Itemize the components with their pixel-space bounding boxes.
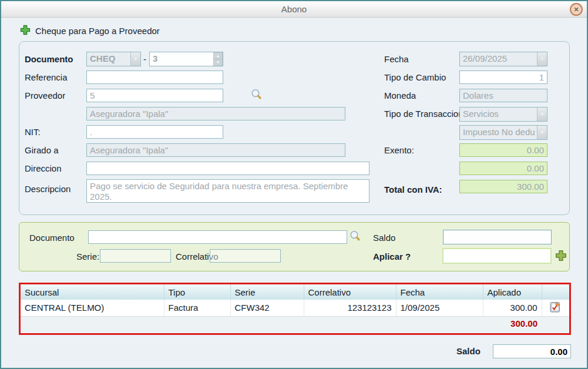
stepper-down-icon[interactable]: ▼	[213, 59, 223, 66]
correlativo-input[interactable]	[210, 249, 281, 263]
add-icon[interactable]	[20, 25, 31, 35]
column-header-sucursal: Sucursal	[21, 284, 164, 300]
title-bar: Abono ✕	[1, 1, 587, 18]
documento-separator: -	[143, 54, 146, 64]
chevron-down-icon: ▼	[537, 52, 547, 66]
cell-correlativo: 123123123	[304, 300, 396, 316]
direccion-label: Direccion	[25, 163, 62, 173]
nit-input[interactable]	[86, 125, 223, 139]
moneda-label: Moneda	[384, 90, 416, 100]
chevron-down-icon: ▼	[130, 52, 140, 66]
descripcion-label: Descripcion	[25, 184, 70, 194]
table-total-row: 300.00	[21, 316, 569, 331]
girado-label: Girado a	[25, 145, 59, 155]
serie-input[interactable]	[100, 249, 171, 263]
cell-sucursal: CENTRAL (TELMO)	[21, 300, 164, 316]
tipo-transaccion-label: Tipo de Transaccion	[384, 109, 463, 119]
saldo-footer-field	[493, 344, 571, 358]
column-header-correlativo: Correlativo	[304, 284, 396, 300]
proveedor-input[interactable]	[86, 89, 223, 102]
total-iva-label: Total con IVA:	[384, 184, 442, 194]
saldo2-input[interactable]	[443, 230, 552, 244]
edit-row-icon[interactable]	[550, 301, 561, 313]
abono-dialog: Abono ✕ Cheque para Pago a Proveedor Doc…	[0, 0, 588, 369]
exento-field	[459, 143, 547, 157]
impuesto-select: Impuesto No dedu ▼	[459, 125, 547, 140]
cell-aplicado: 300.00	[483, 300, 542, 316]
tipo-cambio-input[interactable]	[459, 71, 547, 84]
column-header-actions	[542, 284, 569, 300]
column-header-tipo: Tipo	[164, 284, 230, 300]
documento-label: Documento	[25, 54, 73, 64]
saldo2-label: Saldo	[373, 233, 395, 243]
referencia-label: Referencia	[25, 72, 68, 82]
aplicar-label: Aplicar ?	[373, 251, 411, 261]
girado-field	[86, 143, 345, 157]
documento-numero-stepper[interactable]: 3 ▲ ▼	[149, 52, 223, 66]
applied-documents-table: Sucursal Tipo Serie Correlativo Fecha Ap…	[19, 283, 571, 335]
referencia-input[interactable]	[86, 71, 223, 84]
stepper-up-icon[interactable]: ▲	[213, 52, 223, 59]
aplicado-total: 300.00	[483, 316, 542, 331]
saldo-footer-label: Saldo	[456, 346, 481, 356]
column-header-aplicado: Aplicado	[483, 284, 542, 300]
aplicar-input[interactable]	[442, 248, 552, 264]
exento-label: Exento:	[384, 145, 414, 155]
exento2-field	[459, 162, 547, 175]
chevron-down-icon: ▼	[537, 126, 547, 139]
column-header-serie: Serie	[230, 284, 304, 300]
tipo-cambio-label: Tipo de Cambio	[384, 72, 446, 82]
chevron-down-icon: ▼	[537, 108, 547, 121]
cell-serie: CFW342	[230, 300, 304, 316]
proveedor-search-icon[interactable]	[250, 88, 263, 100]
documento2-input[interactable]	[88, 230, 347, 244]
documento-search-icon[interactable]	[349, 230, 361, 242]
aplicar-add-icon[interactable]	[555, 250, 567, 261]
tipo-transaccion-select: Servicios ▼	[459, 107, 547, 122]
fecha-label: Fecha	[384, 54, 409, 64]
proveedor-nombre-field	[86, 107, 345, 120]
cell-fecha: 1/09/2025	[396, 300, 483, 316]
serie-label: Serie:	[76, 251, 99, 261]
descripcion-textarea[interactable]: Pago se servicio de Seguridad para nuest…	[86, 179, 369, 203]
close-button[interactable]: ✕	[570, 3, 583, 16]
total-iva-field	[459, 180, 547, 193]
table-header-row: Sucursal Tipo Serie Correlativo Fecha Ap…	[21, 284, 569, 300]
table-row: CENTRAL (TELMO) Factura CFW342 123123123…	[21, 300, 569, 316]
column-header-fecha: Fecha	[396, 284, 483, 300]
nit-label: NIT:	[25, 127, 41, 137]
documento-tipo-select: CHEQ ▼	[86, 52, 141, 66]
proveedor-label: Proveedor	[25, 90, 65, 100]
fecha-select: 26/09/2025 ▼	[459, 52, 547, 66]
form-title: Cheque para Pago a Proveedor	[35, 26, 160, 36]
cell-tipo: Factura	[164, 300, 230, 316]
dialog-title: Abono	[1, 4, 587, 14]
moneda-field	[459, 89, 547, 102]
direccion-input[interactable]	[86, 162, 369, 175]
documento2-label: Documento	[29, 233, 75, 243]
